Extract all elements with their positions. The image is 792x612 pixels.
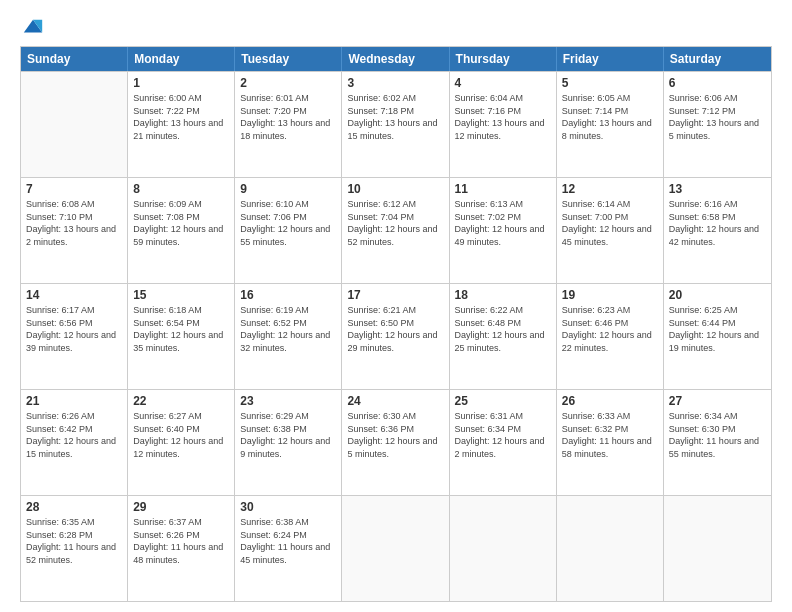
logo-icon: [22, 16, 44, 38]
calendar-cell-1-3: 2Sunrise: 6:01 AMSunset: 7:20 PMDaylight…: [235, 72, 342, 177]
day-detail: Sunrise: 6:35 AMSunset: 6:28 PMDaylight:…: [26, 516, 122, 566]
calendar-cell-5-4: [342, 496, 449, 601]
day-detail: Sunrise: 6:04 AMSunset: 7:16 PMDaylight:…: [455, 92, 551, 142]
day-number: 19: [562, 288, 658, 302]
day-detail: Sunrise: 6:38 AMSunset: 6:24 PMDaylight:…: [240, 516, 336, 566]
calendar-header: SundayMondayTuesdayWednesdayThursdayFrid…: [21, 47, 771, 71]
day-detail: Sunrise: 6:37 AMSunset: 6:26 PMDaylight:…: [133, 516, 229, 566]
calendar-cell-2-1: 7Sunrise: 6:08 AMSunset: 7:10 PMDaylight…: [21, 178, 128, 283]
calendar-cell-2-6: 12Sunrise: 6:14 AMSunset: 7:00 PMDayligh…: [557, 178, 664, 283]
day-detail: Sunrise: 6:18 AMSunset: 6:54 PMDaylight:…: [133, 304, 229, 354]
day-number: 8: [133, 182, 229, 196]
calendar-cell-1-2: 1Sunrise: 6:00 AMSunset: 7:22 PMDaylight…: [128, 72, 235, 177]
calendar-cell-4-2: 22Sunrise: 6:27 AMSunset: 6:40 PMDayligh…: [128, 390, 235, 495]
header: [20, 16, 772, 38]
day-detail: Sunrise: 6:06 AMSunset: 7:12 PMDaylight:…: [669, 92, 766, 142]
header-cell-monday: Monday: [128, 47, 235, 71]
header-cell-friday: Friday: [557, 47, 664, 71]
day-detail: Sunrise: 6:12 AMSunset: 7:04 PMDaylight:…: [347, 198, 443, 248]
day-detail: Sunrise: 6:19 AMSunset: 6:52 PMDaylight:…: [240, 304, 336, 354]
day-detail: Sunrise: 6:08 AMSunset: 7:10 PMDaylight:…: [26, 198, 122, 248]
day-number: 1: [133, 76, 229, 90]
day-number: 11: [455, 182, 551, 196]
calendar-cell-5-1: 28Sunrise: 6:35 AMSunset: 6:28 PMDayligh…: [21, 496, 128, 601]
calendar-cell-4-5: 25Sunrise: 6:31 AMSunset: 6:34 PMDayligh…: [450, 390, 557, 495]
day-number: 14: [26, 288, 122, 302]
calendar-row-4: 21Sunrise: 6:26 AMSunset: 6:42 PMDayligh…: [21, 389, 771, 495]
day-detail: Sunrise: 6:17 AMSunset: 6:56 PMDaylight:…: [26, 304, 122, 354]
day-number: 10: [347, 182, 443, 196]
calendar-cell-1-4: 3Sunrise: 6:02 AMSunset: 7:18 PMDaylight…: [342, 72, 449, 177]
calendar-cell-5-2: 29Sunrise: 6:37 AMSunset: 6:26 PMDayligh…: [128, 496, 235, 601]
day-number: 24: [347, 394, 443, 408]
day-number: 29: [133, 500, 229, 514]
calendar-body: 1Sunrise: 6:00 AMSunset: 7:22 PMDaylight…: [21, 71, 771, 601]
day-detail: Sunrise: 6:05 AMSunset: 7:14 PMDaylight:…: [562, 92, 658, 142]
day-detail: Sunrise: 6:09 AMSunset: 7:08 PMDaylight:…: [133, 198, 229, 248]
day-detail: Sunrise: 6:33 AMSunset: 6:32 PMDaylight:…: [562, 410, 658, 460]
day-number: 13: [669, 182, 766, 196]
calendar-cell-4-6: 26Sunrise: 6:33 AMSunset: 6:32 PMDayligh…: [557, 390, 664, 495]
day-detail: Sunrise: 6:16 AMSunset: 6:58 PMDaylight:…: [669, 198, 766, 248]
day-number: 7: [26, 182, 122, 196]
calendar-cell-2-5: 11Sunrise: 6:13 AMSunset: 7:02 PMDayligh…: [450, 178, 557, 283]
calendar-cell-3-1: 14Sunrise: 6:17 AMSunset: 6:56 PMDayligh…: [21, 284, 128, 389]
calendar-cell-2-4: 10Sunrise: 6:12 AMSunset: 7:04 PMDayligh…: [342, 178, 449, 283]
day-number: 16: [240, 288, 336, 302]
day-number: 21: [26, 394, 122, 408]
day-detail: Sunrise: 6:02 AMSunset: 7:18 PMDaylight:…: [347, 92, 443, 142]
day-detail: Sunrise: 6:26 AMSunset: 6:42 PMDaylight:…: [26, 410, 122, 460]
calendar-cell-5-3: 30Sunrise: 6:38 AMSunset: 6:24 PMDayligh…: [235, 496, 342, 601]
calendar-cell-5-6: [557, 496, 664, 601]
header-cell-saturday: Saturday: [664, 47, 771, 71]
calendar-cell-4-1: 21Sunrise: 6:26 AMSunset: 6:42 PMDayligh…: [21, 390, 128, 495]
day-detail: Sunrise: 6:21 AMSunset: 6:50 PMDaylight:…: [347, 304, 443, 354]
day-detail: Sunrise: 6:00 AMSunset: 7:22 PMDaylight:…: [133, 92, 229, 142]
calendar: SundayMondayTuesdayWednesdayThursdayFrid…: [20, 46, 772, 602]
day-number: 27: [669, 394, 766, 408]
day-number: 12: [562, 182, 658, 196]
calendar-cell-3-2: 15Sunrise: 6:18 AMSunset: 6:54 PMDayligh…: [128, 284, 235, 389]
day-number: 9: [240, 182, 336, 196]
day-number: 2: [240, 76, 336, 90]
day-detail: Sunrise: 6:14 AMSunset: 7:00 PMDaylight:…: [562, 198, 658, 248]
day-detail: Sunrise: 6:22 AMSunset: 6:48 PMDaylight:…: [455, 304, 551, 354]
day-detail: Sunrise: 6:27 AMSunset: 6:40 PMDaylight:…: [133, 410, 229, 460]
day-detail: Sunrise: 6:10 AMSunset: 7:06 PMDaylight:…: [240, 198, 336, 248]
calendar-cell-3-3: 16Sunrise: 6:19 AMSunset: 6:52 PMDayligh…: [235, 284, 342, 389]
day-detail: Sunrise: 6:29 AMSunset: 6:38 PMDaylight:…: [240, 410, 336, 460]
day-number: 18: [455, 288, 551, 302]
day-number: 15: [133, 288, 229, 302]
calendar-cell-2-2: 8Sunrise: 6:09 AMSunset: 7:08 PMDaylight…: [128, 178, 235, 283]
day-number: 30: [240, 500, 336, 514]
day-number: 23: [240, 394, 336, 408]
day-number: 20: [669, 288, 766, 302]
day-number: 5: [562, 76, 658, 90]
header-cell-sunday: Sunday: [21, 47, 128, 71]
day-detail: Sunrise: 6:30 AMSunset: 6:36 PMDaylight:…: [347, 410, 443, 460]
calendar-cell-2-7: 13Sunrise: 6:16 AMSunset: 6:58 PMDayligh…: [664, 178, 771, 283]
header-cell-wednesday: Wednesday: [342, 47, 449, 71]
calendar-cell-5-5: [450, 496, 557, 601]
calendar-cell-1-6: 5Sunrise: 6:05 AMSunset: 7:14 PMDaylight…: [557, 72, 664, 177]
day-detail: Sunrise: 6:23 AMSunset: 6:46 PMDaylight:…: [562, 304, 658, 354]
calendar-cell-4-7: 27Sunrise: 6:34 AMSunset: 6:30 PMDayligh…: [664, 390, 771, 495]
calendar-cell-5-7: [664, 496, 771, 601]
day-number: 17: [347, 288, 443, 302]
calendar-cell-1-7: 6Sunrise: 6:06 AMSunset: 7:12 PMDaylight…: [664, 72, 771, 177]
calendar-cell-1-5: 4Sunrise: 6:04 AMSunset: 7:16 PMDaylight…: [450, 72, 557, 177]
day-number: 4: [455, 76, 551, 90]
day-detail: Sunrise: 6:31 AMSunset: 6:34 PMDaylight:…: [455, 410, 551, 460]
day-detail: Sunrise: 6:34 AMSunset: 6:30 PMDaylight:…: [669, 410, 766, 460]
day-number: 26: [562, 394, 658, 408]
calendar-cell-3-5: 18Sunrise: 6:22 AMSunset: 6:48 PMDayligh…: [450, 284, 557, 389]
calendar-cell-3-7: 20Sunrise: 6:25 AMSunset: 6:44 PMDayligh…: [664, 284, 771, 389]
day-number: 3: [347, 76, 443, 90]
calendar-row-5: 28Sunrise: 6:35 AMSunset: 6:28 PMDayligh…: [21, 495, 771, 601]
calendar-row-3: 14Sunrise: 6:17 AMSunset: 6:56 PMDayligh…: [21, 283, 771, 389]
calendar-cell-4-4: 24Sunrise: 6:30 AMSunset: 6:36 PMDayligh…: [342, 390, 449, 495]
day-number: 28: [26, 500, 122, 514]
day-number: 22: [133, 394, 229, 408]
logo: [20, 16, 44, 38]
calendar-cell-2-3: 9Sunrise: 6:10 AMSunset: 7:06 PMDaylight…: [235, 178, 342, 283]
